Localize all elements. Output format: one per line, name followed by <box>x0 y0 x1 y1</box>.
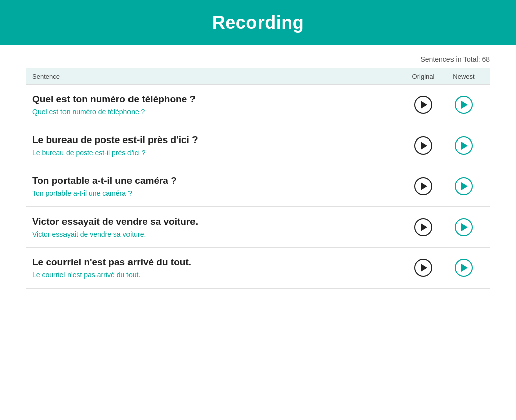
page-header: Recording <box>0 0 516 45</box>
table-header: Sentence Original Newest <box>26 68 490 85</box>
sentence-text-block: Le bureau de poste est-il près d'ici ? L… <box>32 134 403 157</box>
page-title: Recording <box>0 12 516 33</box>
sentence-sub-text: Ton portable a-t-il une caméra ? <box>32 189 403 197</box>
play-newest-icon[interactable] <box>455 218 473 236</box>
sentence-main-text: Victor essayait de vendre sa voiture. <box>32 216 403 227</box>
main-content: Sentences in Total: 68 Sentence Original… <box>11 45 505 299</box>
table-row: Quel est ton numéro de téléphone ? Quel … <box>26 85 490 125</box>
play-original-button[interactable] <box>403 96 443 114</box>
play-original-button[interactable] <box>403 177 443 195</box>
play-newest-button[interactable] <box>443 259 484 277</box>
sentence-main-text: Quel est ton numéro de téléphone ? <box>32 94 403 105</box>
sentence-main-text: Le courriel n'est pas arrivé du tout. <box>32 257 403 268</box>
sentence-sub-text: Victor essayait de vendre sa voiture. <box>32 230 403 238</box>
sentence-main-text: Le bureau de poste est-il près d'ici ? <box>32 134 403 146</box>
play-original-icon[interactable] <box>414 259 432 277</box>
sentence-text-block: Quel est ton numéro de téléphone ? Quel … <box>32 94 403 116</box>
play-original-icon[interactable] <box>414 96 432 114</box>
play-original-icon[interactable] <box>414 177 432 195</box>
play-newest-button[interactable] <box>443 96 484 114</box>
play-newest-icon[interactable] <box>455 177 473 195</box>
play-original-button[interactable] <box>403 136 443 155</box>
play-newest-icon[interactable] <box>455 136 473 155</box>
column-newest: Newest <box>443 73 484 80</box>
sentence-text-block: Le courriel n'est pas arrivé du tout. Le… <box>32 257 403 279</box>
table-row: Le courriel n'est pas arrivé du tout. Le… <box>26 248 490 289</box>
sentence-sub-text: Quel est ton numéro de téléphone ? <box>32 108 403 116</box>
column-sentence: Sentence <box>32 73 403 80</box>
play-newest-button[interactable] <box>443 177 484 195</box>
table-row: Ton portable a-t-il une caméra ? Ton por… <box>26 166 490 207</box>
play-original-icon[interactable] <box>414 218 432 236</box>
sentence-text-block: Victor essayait de vendre sa voiture. Vi… <box>32 216 403 238</box>
table-row: Victor essayait de vendre sa voiture. Vi… <box>26 207 490 248</box>
sentence-main-text: Ton portable a-t-il une caméra ? <box>32 175 403 186</box>
column-original: Original <box>403 73 443 80</box>
play-newest-icon[interactable] <box>455 259 473 277</box>
sentence-sub-text: Le bureau de poste est-il près d'ici ? <box>32 149 403 157</box>
play-original-button[interactable] <box>403 259 443 277</box>
sentences-total: Sentences in Total: 68 <box>26 55 490 63</box>
table-row: Le bureau de poste est-il près d'ici ? L… <box>26 125 490 166</box>
play-original-button[interactable] <box>403 218 443 236</box>
play-newest-button[interactable] <box>443 136 484 155</box>
sentence-text-block: Ton portable a-t-il une caméra ? Ton por… <box>32 175 403 197</box>
play-newest-icon[interactable] <box>455 96 473 114</box>
play-original-icon[interactable] <box>414 136 432 155</box>
play-newest-button[interactable] <box>443 218 484 236</box>
sentences-list: Quel est ton numéro de téléphone ? Quel … <box>26 85 490 289</box>
sentence-sub-text: Le courriel n'est pas arrivé du tout. <box>32 271 403 279</box>
